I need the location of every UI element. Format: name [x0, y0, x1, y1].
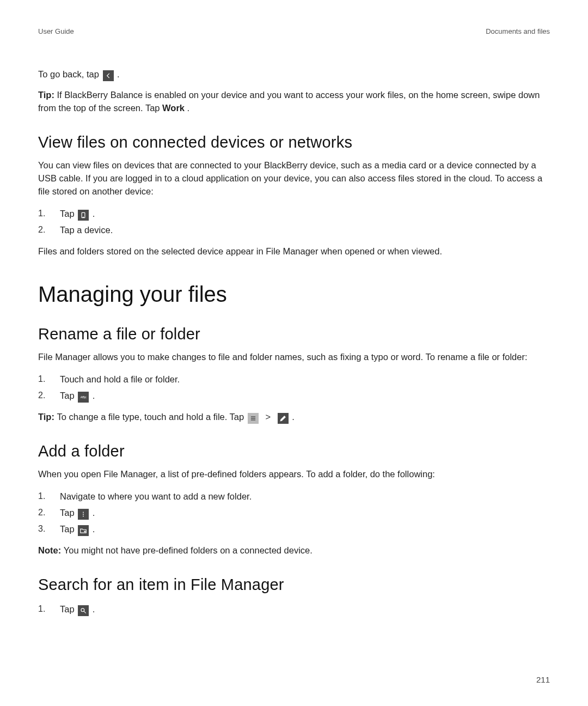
- rename-icon: AB|c: [78, 392, 89, 403]
- device-icon: [78, 210, 89, 221]
- add-folder-note: Note: You might not have pre-defined fol…: [38, 544, 550, 557]
- breadcrumb-separator: >: [265, 411, 271, 424]
- step-text: Tap: [60, 391, 77, 400]
- tip-text-1: If BlackBerry Balance is enabled on your…: [38, 90, 540, 113]
- svg-text:AB|c: AB|c: [81, 395, 87, 399]
- svg-point-7: [83, 514, 84, 515]
- rename-para: File Manager allows you to make changes …: [38, 351, 550, 364]
- running-header: User Guide Documents and files: [38, 27, 550, 35]
- heading-add-folder: Add a folder: [38, 442, 550, 460]
- list-item: Tap .: [38, 521, 550, 537]
- step-text: Touch and hold a file or folder.: [60, 374, 180, 384]
- chapter-heading: Managing your files: [38, 282, 550, 307]
- edit-icon: [278, 413, 289, 424]
- search-icon: [78, 605, 89, 616]
- add-folder-steps: Navigate to where you want to add a new …: [38, 489, 550, 537]
- properties-icon: [248, 413, 259, 424]
- view-files-para: You can view files on devices that are c…: [38, 159, 550, 198]
- svg-point-11: [81, 608, 84, 612]
- tip-label: Tip:: [38, 412, 57, 422]
- search-steps: Tap .: [38, 601, 550, 617]
- note-label: Note:: [38, 545, 64, 555]
- tip-label: Tip:: [38, 90, 57, 100]
- rename-tip-text: To change a file type, touch and hold a …: [57, 412, 247, 422]
- svg-line-12: [84, 611, 86, 613]
- rename-tip: Tip: To change a file type, touch and ho…: [38, 411, 550, 424]
- step-text: Tap a device.: [60, 225, 113, 235]
- heading-view-files: View files on connected devices or netwo…: [38, 133, 550, 151]
- svg-point-8: [83, 515, 84, 516]
- heading-rename: Rename a file or folder: [38, 325, 550, 343]
- list-item: Tap .: [38, 505, 550, 520]
- add-folder-icon: [78, 525, 89, 536]
- view-files-steps: Tap . Tap a device.: [38, 206, 550, 238]
- step-text: Tap: [60, 508, 77, 518]
- step-text: Tap: [60, 604, 77, 614]
- step-text: Tap: [60, 209, 77, 218]
- list-item: Navigate to where you want to add a new …: [38, 489, 550, 504]
- add-folder-para: When you open File Manager, a list of pr…: [38, 468, 550, 481]
- list-item: Tap .: [38, 601, 550, 617]
- tip-work-bold: Work: [162, 103, 185, 113]
- heading-search: Search for an item in File Manager: [38, 576, 550, 594]
- list-item: Tap a device.: [38, 222, 550, 238]
- go-back-line: To go back, tap .: [38, 68, 550, 81]
- rename-steps: Touch and hold a file or folder. Tap AB|…: [38, 372, 550, 403]
- header-right: Documents and files: [486, 27, 550, 35]
- note-text: You might not have pre-defined folders o…: [64, 545, 313, 555]
- list-item: Touch and hold a file or folder.: [38, 372, 550, 387]
- tip-balance: Tip: If BlackBerry Balance is enabled on…: [38, 89, 550, 115]
- more-icon: [78, 509, 89, 520]
- page: User Guide Documents and files To go bac…: [0, 0, 588, 706]
- back-icon: [103, 70, 114, 81]
- list-item: Tap .: [38, 206, 550, 221]
- tip-text-2: .: [185, 103, 189, 113]
- header-left: User Guide: [38, 27, 74, 35]
- list-item: Tap AB|c .: [38, 388, 550, 403]
- view-files-after: Files and folders stored on the selected…: [38, 245, 550, 258]
- svg-point-6: [83, 512, 84, 513]
- page-number: 211: [536, 675, 550, 684]
- go-back-text: To go back, tap: [38, 69, 102, 79]
- step-text: Tap: [60, 524, 77, 534]
- step-text: Navigate to where you want to add a new …: [60, 491, 252, 501]
